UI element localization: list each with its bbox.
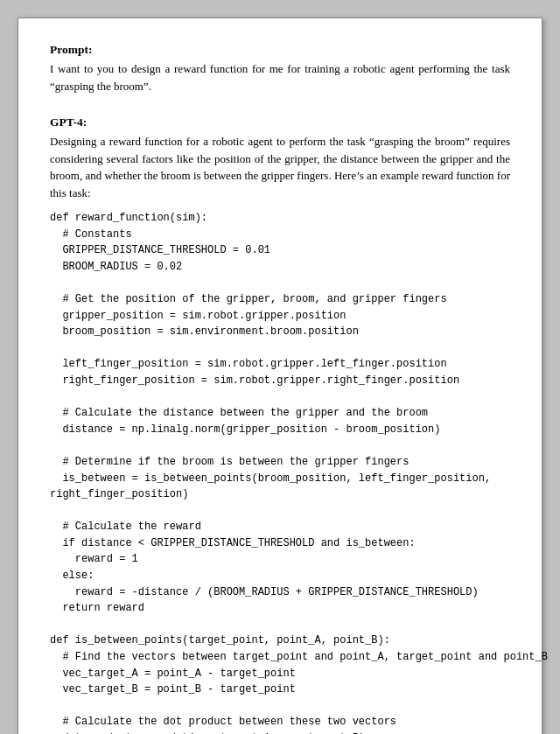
- gpt4-section: GPT-4: Designing a reward function for a…: [50, 115, 510, 734]
- document: Prompt: I want to you to design a reward…: [18, 17, 542, 734]
- gpt4-body: Designing a reward function for a roboti…: [50, 133, 510, 201]
- prompt-section: Prompt: I want to you to design a reward…: [50, 43, 510, 94]
- prompt-body: I want to you to design a reward functio…: [50, 60, 510, 94]
- prompt-label: Prompt:: [50, 43, 510, 57]
- gpt4-label: GPT-4:: [50, 115, 510, 129]
- code-block: def reward_function(sim): # Constants GR…: [50, 210, 510, 734]
